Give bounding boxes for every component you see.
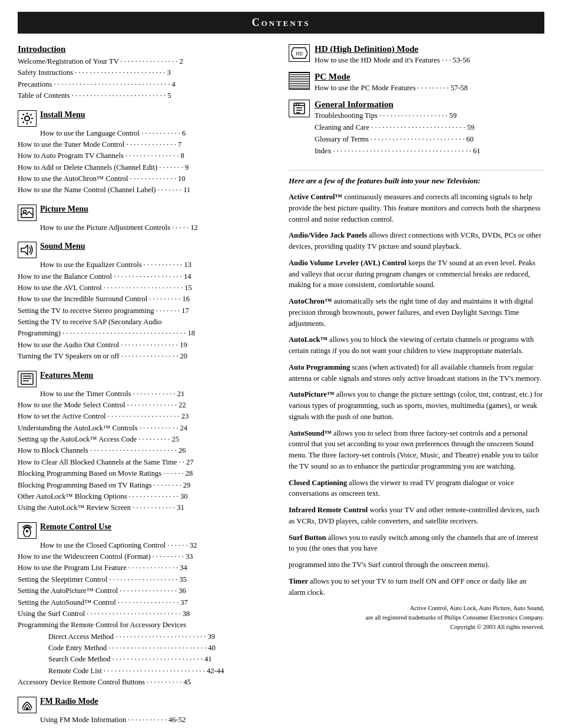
feature-desc: allows you to set your TV to turn itself… <box>289 577 527 597</box>
page-header: Contents <box>18 12 544 34</box>
feature-timer: Timer allows you to set your TV to turn … <box>289 576 544 598</box>
features-section: Features Menu How to use the Timer Contr… <box>18 371 271 514</box>
list-item: Blocking Programming Based on Movie Rati… <box>18 468 271 479</box>
left-column: Introduction Welcome/Registration of You… <box>18 44 271 726</box>
list-item: Setting the TV to receive SAP (Secondary… <box>18 317 271 328</box>
list-item: How to use the Language Control · · · · … <box>18 128 271 139</box>
list-item: Setting the AutoSound™ Control · · · · ·… <box>18 597 271 608</box>
intro-section: Introduction Welcome/Registration of You… <box>18 44 271 102</box>
list-item: How to use the Audio Out Control · · · ·… <box>18 340 271 351</box>
install-icon <box>18 110 37 127</box>
feature-ir-remote: Infrared Remote Control works your TV an… <box>289 505 544 527</box>
list-item: Using the Surf Control · · · · · · · · ·… <box>18 608 271 620</box>
features-desc-header: Here are a few of the features built int… <box>289 176 544 186</box>
list-item: How to use the Picture Adjustment Contro… <box>18 222 271 233</box>
list-item: Remote Code List · · · · · · · · · · · ·… <box>18 666 271 677</box>
feature-term: AutoChron™ <box>289 297 334 305</box>
feature-term: Timer <box>289 577 310 585</box>
list-item: Safety Instructions · · · · · · · · · · … <box>18 67 271 78</box>
feature-term: Auto Programming <box>289 363 352 371</box>
features-description: Here are a few of the features built int… <box>289 170 544 632</box>
trademark-note: Active Control, Auto Lock, Auto Picture,… <box>289 604 544 631</box>
list-item: How to use the Mode Select Control · · ·… <box>18 400 271 411</box>
feature-term: Surf Button <box>289 533 328 542</box>
feature-desc: programmed into the TV's Surf control th… <box>289 561 490 569</box>
list-item: Table of Contents · · · · · · · · · · · … <box>18 90 271 101</box>
list-item: Programming) · · · · · · · · · · · · · ·… <box>18 328 271 339</box>
feature-avl: Audio Volume Leveler (AVL) Control keeps… <box>289 258 544 291</box>
intro-items: Welcome/Registration of Your TV · · · · … <box>18 56 271 102</box>
remote-icon <box>18 522 37 539</box>
hd-title: HD (High Definition) Mode <box>315 44 470 54</box>
svg-point-10 <box>27 707 28 709</box>
features-icon <box>18 371 37 387</box>
install-section: Install Menu How to use the Language Con… <box>18 110 271 196</box>
svg-point-9 <box>27 530 28 532</box>
fm-section: FM Radio Mode Using FM Mode Information … <box>18 697 271 726</box>
list-item: Programming the Remote Control for Acces… <box>18 620 271 631</box>
feature-term: AutoSound™ <box>289 429 333 437</box>
svg-rect-4 <box>21 374 33 384</box>
fm-title: FM Radio Mode <box>40 697 98 706</box>
feature-term: AutoLock™ <box>289 335 329 344</box>
svg-rect-1 <box>21 208 33 218</box>
list-item: Setting up the AutoLock™ Access Code · ·… <box>18 434 271 445</box>
list-item: Cleaning and Care · · · · · · · · · · · … <box>315 121 481 133</box>
list-item: Using the AutoLock™ Review Screen · · · … <box>18 502 271 513</box>
feature-autopicture: AutoPicture™ allows you to change the pi… <box>289 389 544 422</box>
feature-autolock: AutoLock™ allows you to block the viewin… <box>289 334 544 357</box>
list-item: How to use the Incredible Surround Contr… <box>18 294 271 305</box>
list-item: How to use the Equalizer Controls · · · … <box>18 259 271 271</box>
list-item: Turning the TV Speakers on or off · · · … <box>18 351 271 362</box>
trademark-text: Active Control, Auto Lock, Auto Picture,… <box>366 605 544 630</box>
list-item: How to use the Name Control (Channel Lab… <box>18 185 271 196</box>
svg-point-0 <box>25 116 29 121</box>
list-item: How to use the HD Mode and it's Features… <box>315 54 470 66</box>
feature-caption: Closed Captioning allows the viewer to r… <box>289 477 544 500</box>
page-title: Contents <box>252 17 310 28</box>
general-title: General Information <box>315 100 481 110</box>
list-item: How to use the Tuner Mode Control · · · … <box>18 139 271 150</box>
list-item: How to use the Balance Control · · · · ·… <box>18 271 271 282</box>
list-item: Setting the AutoPicture™ Control · · · ·… <box>18 585 271 597</box>
feature-term: AutoPicture™ <box>289 390 336 398</box>
feature-av-jack: Audio/Video Jack Panels allows direct co… <box>289 230 544 252</box>
features-title: Features Menu <box>40 371 93 380</box>
list-item: Search Code Method · · · · · · · · · · ·… <box>18 654 271 665</box>
picture-section: Picture Menu How to use the Picture Adju… <box>18 205 271 233</box>
list-item: How to use the AVL Control · · · · · · ·… <box>18 282 271 294</box>
sound-section: Sound Menu How to use the Equalizer Cont… <box>18 242 271 362</box>
sound-title: Sound Menu <box>40 242 85 251</box>
list-item: Glossary of Terms · · · · · · · · · · · … <box>315 133 481 145</box>
list-item: Blocking Programming Based on TV Ratings… <box>18 480 271 491</box>
picture-title: Picture Menu <box>40 205 88 214</box>
feature-autoprog: Auto Programming scans (when activated) … <box>289 362 544 384</box>
list-item: Setting the TV to receive Stereo program… <box>18 305 271 317</box>
list-item: Welcome/Registration of Your TV · · · · … <box>18 56 271 67</box>
intro-title: Introduction <box>18 44 271 54</box>
list-item: How to use the Program List Feature · · … <box>18 562 271 574</box>
list-item: How to set the Active Control · · · · · … <box>18 411 271 422</box>
remote-title: Remote Control Use <box>40 522 111 532</box>
svg-marker-3 <box>21 245 28 255</box>
list-item: How to use the Timer Controls · · · · · … <box>18 388 271 400</box>
install-title: Install Menu <box>40 110 85 120</box>
general-section: General Information Troubleshooting Tips… <box>289 100 544 157</box>
list-item: Using FM Mode Information · · · · · · · … <box>18 714 271 726</box>
list-item: Understanding the AutoLock™ Controls · ·… <box>18 423 271 434</box>
feature-autosound: AutoSound™ allows you to select from thr… <box>289 428 544 472</box>
list-item: Troubleshooting Tips · · · · · · · · · ·… <box>315 110 481 121</box>
feature-autochron: AutoChron™ automatically sets the right … <box>289 296 544 329</box>
hd-icon: HD <box>289 44 310 62</box>
feature-active-control: Active Control™ continuously measures an… <box>289 192 544 225</box>
list-item: How to use the PC Mode Features · · · · … <box>315 82 468 94</box>
sound-icon <box>18 242 37 258</box>
feature-surf: Surf Button allows you to easily switch … <box>289 532 544 555</box>
feature-surf-cont: programmed into the TV's Surf control th… <box>289 559 544 571</box>
list-item: How to Add or Delete Channels (Channel E… <box>18 162 271 173</box>
pc-section: PC Mode How to use the PC Mode Features … <box>289 72 544 94</box>
list-item: Accessory Device Remote Control Buttons … <box>18 677 271 688</box>
feature-term: Active Control™ <box>289 193 344 201</box>
list-item: Index · · · · · · · · · · · · · · · · · … <box>315 145 481 157</box>
svg-text:HD: HD <box>296 51 303 57</box>
